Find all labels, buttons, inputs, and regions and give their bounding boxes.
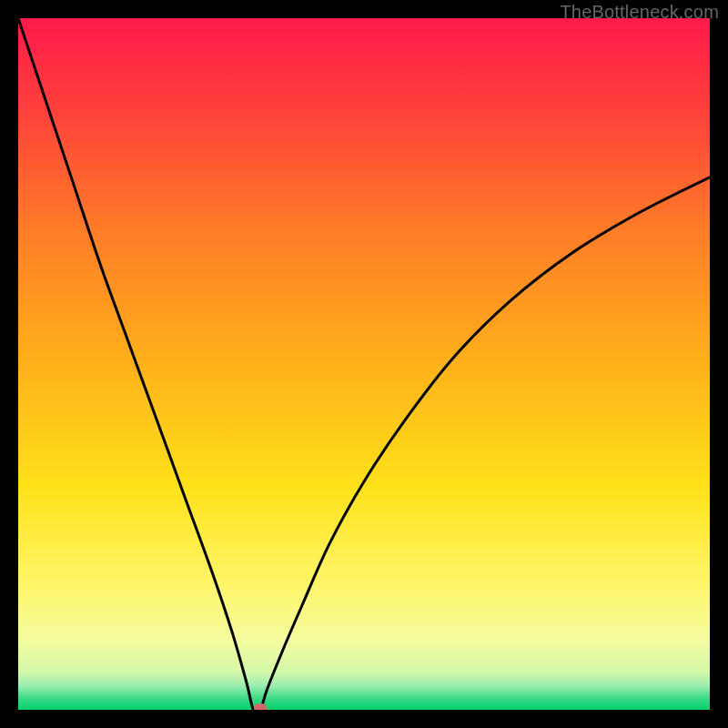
optimum-marker bbox=[254, 703, 267, 710]
bottleneck-curve bbox=[18, 18, 710, 710]
chart-frame bbox=[18, 18, 710, 710]
